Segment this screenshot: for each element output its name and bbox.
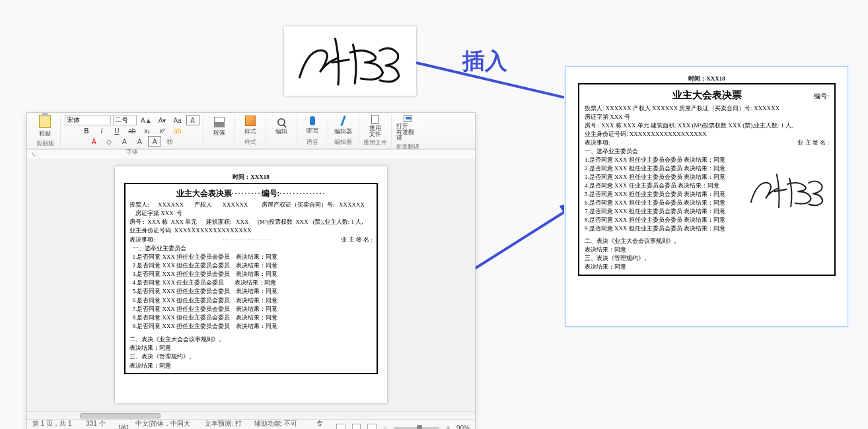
underline-button[interactable]: U	[110, 125, 124, 136]
group-lang-label: 语音	[307, 138, 318, 147]
highlight-button[interactable]: ab	[171, 125, 184, 136]
header-time: 时间：XXX18	[124, 173, 378, 182]
section-items-r: 表决事项:	[585, 139, 610, 147]
status-accessibility[interactable]: 辅助功能: 不可用	[254, 419, 303, 430]
dialog-launcher-clipboard[interactable]: ⤡	[31, 151, 36, 158]
inserted-signature	[744, 159, 830, 222]
italic-button[interactable]: I	[95, 125, 108, 136]
dictate-button[interactable]: 听写	[301, 115, 324, 137]
font-size-select[interactable]	[113, 115, 137, 125]
status-lang-icon[interactable]: [英]	[118, 424, 129, 430]
change-case[interactable]: Aa	[171, 115, 184, 125]
status-words[interactable]: 331 个字	[86, 419, 112, 430]
res2: 表决结果：同意	[129, 344, 373, 352]
sec1: 一、选举业主委员会	[129, 244, 373, 252]
editor-button[interactable]: 编辑器	[332, 115, 355, 137]
sec1-r: 一、选举业主委员会	[585, 147, 829, 156]
status-bar: 第 1 页，共 1 页 331 个字 [英] 中文(简体，中国大陆) 文本预测:…	[27, 419, 475, 429]
group-style-label: 样式	[244, 138, 256, 147]
vote-row: 8.是否同意 XXX 担任业主委员会委员 表决结果：同意	[129, 314, 373, 321]
res3-r: 表决结果：同意	[585, 263, 829, 271]
zoom-out-button[interactable]: −	[383, 424, 387, 429]
status-page[interactable]: 第 1 页，共 1 页	[32, 419, 79, 430]
page-area: 时间：XXX18 业主大会表决票 ········· 编号: ·········…	[27, 158, 475, 411]
sec2-r: 二、表决《业主大会会议事规则》。	[585, 237, 829, 246]
open-addon-button[interactable]: 打开 有道翻译	[396, 115, 419, 141]
signature-original	[284, 26, 416, 96]
clear-format-button[interactable]: ◇	[102, 136, 116, 147]
clipboard-icon	[39, 115, 51, 128]
id-line-r: 业主身份证号码: XXXXXXXXXXXXXXXXXX	[585, 130, 829, 139]
vote-row: 7.是否同意 XXX 担任业主委员会委员 表决结果：同意	[129, 305, 373, 313]
view-read-button[interactable]	[352, 424, 361, 430]
room-line: 房号 : XXX 栋 XXX 单元 建筑面积: XXX (M²)投票权数 XXX…	[129, 218, 373, 226]
superscript-button[interactable]: x²	[156, 125, 169, 136]
subscript-button[interactable]: x₂	[141, 125, 154, 136]
char-frame[interactable]: A	[148, 136, 161, 147]
font-color-button[interactable]: A	[87, 136, 100, 147]
find-button[interactable]: 编辑	[270, 115, 293, 139]
doc-title-right: 业主大会表决票	[672, 89, 742, 102]
horizontal-scrollbar[interactable]	[27, 411, 475, 419]
vote-row: 6.是否同意 XXX 担任业主委员会委员 表决结果：同意	[129, 296, 373, 304]
group-editor-label: 编辑器	[334, 138, 352, 147]
group-clipboard-label: 剪贴板	[36, 139, 54, 148]
id-line: 业主身份证号码: XXXXXXXXXXXXXXXXXX	[129, 226, 373, 234]
view-web-button[interactable]	[367, 424, 377, 430]
res2-r: 表决结果：同意	[585, 246, 829, 254]
sec3-r: 三、表决《管理规约》。	[585, 254, 829, 263]
paragraph-icon	[214, 117, 225, 127]
group-font-label: 字体	[126, 148, 138, 156]
vote-row: 2.是否同意 XXX 担任业主委员会委员 表决结果：同意	[129, 261, 373, 269]
search-icon	[277, 118, 285, 126]
ribbon: 粘贴 剪贴板 A▲ A▾ Aa A B I U ab x₂ x² ab	[27, 113, 475, 149]
reuse-files-button[interactable]: 重用 文件	[364, 115, 386, 137]
grow-font-a[interactable]: A	[118, 136, 131, 147]
serial-right: 编号:	[742, 92, 830, 101]
paragraph-button[interactable]: 段落	[208, 115, 231, 139]
owner-sign-label: 业 主 签 名 :	[341, 236, 373, 244]
group-reuse-label: 重用文件	[363, 139, 387, 147]
status-lang[interactable]: 中文(简体，中国大陆)	[135, 419, 198, 430]
deed-line: 房证字第 XXX 号	[129, 209, 373, 217]
mic-icon	[310, 116, 315, 125]
shrink-font-a[interactable]: A	[133, 136, 146, 147]
voter-line: 投票人: XXXXXX 产权人 XXXXXX 房屋产权证（买卖合同）号: XXX…	[129, 201, 373, 209]
sec3: 三、表决《管理规约》。	[129, 352, 373, 360]
increase-font[interactable]: A▲	[139, 115, 154, 125]
doc-icon	[371, 115, 379, 124]
vote-row: 3.是否同意 XXX 担任业主委员会委员 表决结果：同意	[129, 270, 373, 278]
zoom-percent[interactable]: 90%	[456, 424, 470, 429]
font-name-select[interactable]	[65, 115, 111, 125]
vote-row: 5.是否同意 XXX 担任业主委员会委员 表决结果：同意	[129, 287, 373, 295]
view-print-button[interactable]	[336, 424, 345, 430]
voter-line-r: 投票人: XXXXXX 产权人 XXXXXX 房屋产权证（买卖合同）号: XXX…	[585, 104, 829, 113]
pen-icon	[340, 116, 345, 126]
bold-button[interactable]: B	[80, 125, 93, 136]
page-sheet: 时间：XXX18 业主大会表决票 ········· 编号: ·········…	[115, 166, 387, 403]
styles-button[interactable]: 样式	[239, 115, 262, 137]
vote-row: 9.是否同意 XXX 担任业主委员会委员 表决结果：同意	[585, 224, 829, 233]
vote-row: 4.是否同意 XXX 任业主委员会委员 表决结果：同意	[129, 279, 373, 286]
vote-row: 9.是否同意 XXX 担任业主委员会委员 表决结果：同意	[129, 322, 373, 330]
paste-button[interactable]: 粘贴	[34, 115, 56, 138]
result-preview: 时间：XXX18 业主大会表决票 编号: 投票人: XXXXXX 产权人 XXX…	[565, 66, 848, 327]
group-addon-label: 有道翻译	[396, 143, 419, 151]
zoom-in-button[interactable]: +	[446, 424, 450, 429]
owner-sign-label-r: 业 主 签 名 :	[797, 139, 829, 147]
status-predict[interactable]: 文本预测: 打开	[205, 419, 248, 430]
strike-button[interactable]: ab	[126, 125, 139, 136]
vote-row: 1.是否同意 XXX 担任业主委员会委员 表决结果：同意	[129, 253, 373, 261]
deed-line-r: 房证字第 XXX 号	[585, 113, 829, 121]
res3: 表决结果：同意	[129, 362, 373, 370]
word-window: 粘贴 剪贴板 A▲ A▾ Aa A B I U ab x₂ x² ab	[26, 112, 476, 429]
char-border[interactable]: A	[186, 115, 199, 125]
focus-button[interactable]: 专注	[316, 419, 330, 430]
doc-title: 业主大会表决票 ········· 编号: ··············	[129, 188, 373, 199]
styles-icon	[245, 116, 256, 126]
room-line-r: 房号 : XXX 栋 XXX 单元 建筑面积: XXX (M²)投票权数 XXX…	[585, 121, 829, 130]
sec2: 二、表决《业主大会会议事规则》。	[129, 335, 373, 343]
translate-icon	[404, 115, 412, 122]
decrease-font[interactable]: A▾	[156, 115, 169, 125]
enclosed-char[interactable]: ㊕	[163, 136, 176, 147]
